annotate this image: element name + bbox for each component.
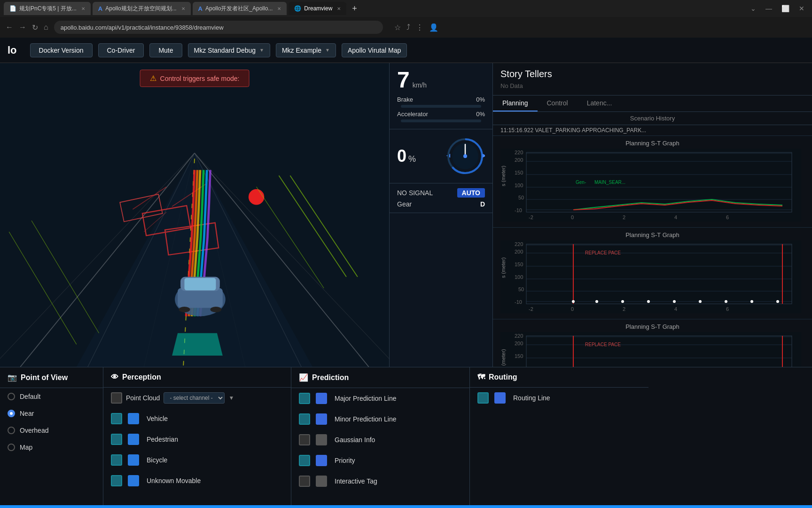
mute-button[interactable]: Mute [149, 43, 182, 57]
url-bar[interactable]: apollo.baidu.com/api/v1/practical/instan… [54, 21, 383, 34]
svg-point-87 [673, 300, 676, 303]
channel-select[interactable]: - select channel - [164, 392, 225, 404]
routing-line-toggle[interactable] [477, 392, 489, 404]
svg-rect-20 [178, 288, 223, 308]
auto-badge-container: AUTO [443, 188, 485, 198]
tab-2-close[interactable]: ✕ [181, 6, 185, 11]
alert-text: Control triggers safe mode: [160, 75, 240, 82]
minor-pred-color [316, 413, 327, 425]
bicycle-toggle[interactable] [111, 454, 122, 466]
url-text: apollo.baidu.com/api/v1/practical/instan… [61, 24, 224, 31]
svg-text:s (meter): s (meter) [500, 349, 506, 367]
pov-map-label: Map [20, 444, 32, 451]
prediction-header: 📈 Prediction [291, 367, 469, 388]
new-tab-button[interactable]: + [348, 4, 361, 14]
docker-version-button[interactable]: Docker Version [30, 43, 93, 57]
tab-3[interactable]: A Apollo开发者社区_Apollo... ✕ [193, 2, 287, 15]
chart-1-svg: 220 200 150 100 50 -10 s (meter) -2 0 2 … [500, 149, 801, 222]
profile-icon[interactable]: 👤 [429, 23, 438, 32]
major-pred-toggle[interactable] [299, 393, 310, 404]
charts-area: Planning S-T Graph 220 200 150 100 50 -1… [493, 136, 812, 367]
gaussian-toggle[interactable] [299, 434, 310, 445]
tab-planning[interactable]: Planning [493, 95, 538, 111]
prediction-title: Prediction [312, 373, 349, 382]
mkz-example-dropdown[interactable]: Mkz Example ▼ [276, 43, 336, 57]
address-bar: ← → ↻ ⌂ apollo.baidu.com/api/v1/practica… [0, 17, 812, 38]
close-button[interactable]: ✕ [795, 5, 808, 12]
signal-label: NO SIGNAL [397, 188, 440, 198]
minor-pred-toggle[interactable] [299, 413, 310, 425]
pov-default[interactable]: Default [0, 388, 103, 405]
vehicle-toggle[interactable] [111, 413, 122, 424]
unknown-label: Unknown Movable [147, 477, 201, 484]
mkz-standard-label: Mkz Standard Debug [194, 47, 256, 54]
major-pred-label: Major Prediction Line [335, 395, 397, 402]
radio-default[interactable] [8, 393, 15, 400]
pov-overhead[interactable]: Overhead [0, 422, 103, 439]
interactive-toggle[interactable] [299, 476, 310, 487]
tab-2[interactable]: A Apollo规划之开放空间规划... ✕ [93, 2, 191, 15]
priority-toggle[interactable] [299, 455, 310, 466]
brake-label: Brake [397, 96, 413, 103]
svg-marker-17 [172, 333, 223, 356]
back-button[interactable]: ← [6, 23, 13, 32]
pov-map[interactable]: Map [0, 439, 103, 456]
gaussian-label: Gaussian Info [335, 436, 375, 444]
pov-header: 📷 Point of View [0, 367, 103, 388]
tab-4-close[interactable]: ✕ [337, 6, 341, 11]
interactive-tag-row: Interactive Tag [291, 471, 469, 492]
settings-icon[interactable]: ⋮ [416, 23, 423, 32]
apollo-map-label: Apollo Virutal Map [348, 47, 401, 54]
tab-list-button[interactable]: ⌄ [747, 5, 760, 12]
svg-rect-93 [500, 332, 801, 367]
co-driver-button[interactable]: Co-Driver [98, 43, 144, 57]
bottom-progress-bar [0, 505, 812, 508]
pov-default-label: Default [20, 393, 40, 400]
share-icon[interactable]: ⤴ [406, 23, 410, 32]
story-header: Story Tellers No Data [493, 63, 812, 95]
pov-overhead-label: Overhead [20, 427, 48, 434]
svg-text:s (meter): s (meter) [500, 166, 506, 186]
speed-block: 7 km/h Brake 0% [390, 63, 492, 129]
radio-near[interactable] [8, 410, 15, 417]
home-button[interactable]: ⌂ [44, 23, 48, 32]
apollo-map-dropdown[interactable]: Apollo Virutal Map [342, 43, 407, 57]
minimize-button[interactable]: — [762, 5, 776, 12]
tab-1-close[interactable]: ✕ [81, 6, 85, 11]
mkz-standard-dropdown[interactable]: Mkz Standard Debug ▼ [188, 43, 270, 57]
tab-control[interactable]: Control [538, 95, 578, 111]
throttle-value: 0 [397, 146, 406, 166]
maximize-button[interactable]: ⬜ [778, 5, 793, 12]
tab-4[interactable]: 🌐 Dreamview ✕ [289, 2, 346, 15]
accel-row: Accelerator 0% [397, 111, 485, 118]
story-panel: Story Tellers No Data Planning Control L… [492, 63, 812, 367]
forward-button[interactable]: → [19, 23, 26, 32]
tab-1[interactable]: 📄 规划PnC专项5 | 开放... ✕ [4, 2, 91, 15]
chart-2-title: Planning S-T Graph [500, 231, 804, 238]
svg-point-91 [776, 300, 779, 303]
radio-map[interactable] [8, 444, 15, 451]
routing-line-color [494, 392, 506, 404]
routing-line-label: Routing Line [513, 394, 550, 402]
brake-row: Brake 0% [397, 96, 485, 103]
svg-point-89 [725, 300, 727, 303]
pointcloud-toggle[interactable] [111, 392, 122, 404]
vehicle-label: Vehicle [147, 415, 168, 422]
3d-view[interactable]: ⚠ Control triggers safe mode: [0, 63, 389, 367]
svg-text:-10: -10 [515, 207, 522, 213]
eye-icon: 👁 [111, 373, 118, 381]
pov-near[interactable]: Near [0, 405, 103, 422]
tab-latency[interactable]: Latenc... [578, 95, 622, 111]
bookmark-icon[interactable]: ☆ [394, 23, 401, 32]
tab-3-close[interactable]: ✕ [277, 6, 281, 11]
svg-point-83 [572, 300, 575, 303]
toolbar: lo Docker Version Co-Driver Mute Mkz Sta… [0, 38, 812, 63]
radio-overhead[interactable] [8, 427, 15, 434]
svg-point-86 [647, 300, 650, 303]
dropdown-arrow-icon[interactable]: ▼ [228, 395, 234, 401]
refresh-button[interactable]: ↻ [32, 23, 38, 32]
unknown-toggle[interactable] [111, 475, 122, 486]
accel-label: Accelerator [397, 111, 428, 118]
svg-text:150: 150 [515, 353, 523, 359]
pedestrian-toggle[interactable] [111, 434, 122, 445]
